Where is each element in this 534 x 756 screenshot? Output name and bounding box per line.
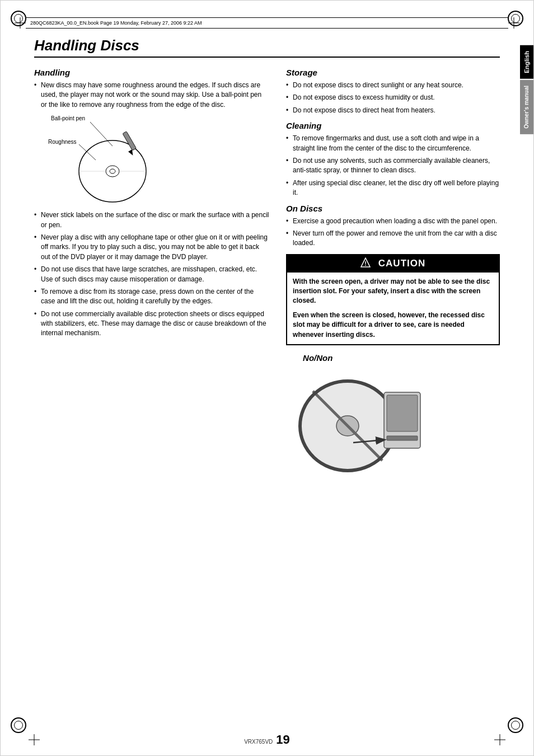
on-discs-heading: On Discs <box>286 204 500 213</box>
no-non-area: No/Non <box>286 353 500 465</box>
crosshair-top-right <box>508 17 519 29</box>
list-item: Do not use commercially available disc p… <box>34 309 269 339</box>
left-column: Handling New discs may have some roughne… <box>34 68 269 465</box>
list-item: Never turn off the power and remove the … <box>286 229 500 248</box>
svg-marker-11 <box>128 149 135 157</box>
right-column: Storage Do not expose discs to direct su… <box>286 68 500 465</box>
on-discs-list: Exercise a good precaution when loading … <box>286 217 500 248</box>
page-number-area: VRX765VD 19 <box>244 732 290 747</box>
caution-body: With the screen open, a driver may not b… <box>287 273 499 344</box>
caution-paragraph-1: With the screen open, a driver may not b… <box>293 277 493 306</box>
list-item: Do not use any solvents, such as commerc… <box>286 156 500 176</box>
crosshair-bottom-left <box>29 734 40 745</box>
caution-paragraph-2: Even when the screen is closed, however,… <box>293 311 493 340</box>
list-item: Do not expose discs to excess humidity o… <box>286 93 500 102</box>
svg-text:!: ! <box>364 260 367 267</box>
page-title: Handling Discs <box>34 37 500 58</box>
cleaning-list: To remove fingermarks and dust, use a so… <box>286 134 500 198</box>
cleaning-heading: Cleaning <box>286 121 500 130</box>
main-content: Handling Discs Handling New discs may ha… <box>1 29 533 476</box>
page-container: English Owner's manual 280QC6823KA_00.0_… <box>0 0 534 756</box>
list-item: Do not use discs that have large scratch… <box>34 265 269 284</box>
storage-list: Do not expose discs to direct sunlight o… <box>286 81 500 115</box>
list-item: Never play a disc with any cellophane ta… <box>34 233 269 262</box>
storage-heading: Storage <box>286 68 500 77</box>
list-item: After using special disc cleaner, let th… <box>286 179 500 198</box>
crosshair-bottom-right <box>494 734 505 745</box>
list-item: To remove fingermarks and dust, use a so… <box>286 134 500 153</box>
caution-header: ! CAUTION <box>287 255 499 273</box>
header-text: 280QC6823KA_00.0_EN.book Page 19 Monday,… <box>30 20 504 26</box>
handling-list: New discs may have some roughness around… <box>34 81 269 110</box>
corner-decoration-bottom-left <box>11 717 26 733</box>
caution-box: ! CAUTION With the screen open, a driver… <box>286 254 500 345</box>
svg-line-5 <box>79 144 96 160</box>
corner-decoration-bottom-right <box>508 717 523 733</box>
list-item: Never stick labels on the surface of the… <box>34 210 269 230</box>
bottom-bar: VRX765VD 19 <box>1 732 533 747</box>
header-bar: 280QC6823KA_00.0_EN.book Page 19 Monday,… <box>26 17 508 29</box>
crosshair-top-left <box>15 17 26 29</box>
warning-triangle-icon: ! <box>360 257 371 270</box>
two-column-layout: Handling New discs may have some roughne… <box>34 68 500 465</box>
svg-rect-10 <box>123 132 136 151</box>
page-number: 19 <box>276 732 289 747</box>
list-item: Do not expose discs to direct heat from … <box>286 106 500 115</box>
list-item: To remove a disc from its storage case, … <box>34 287 269 307</box>
disc-illustration: Ball-point pen Roughness <box>45 115 157 205</box>
disc-diagram-svg <box>45 115 157 205</box>
caution-label: CAUTION <box>378 258 425 269</box>
handling-heading: Handling <box>34 68 269 77</box>
svg-rect-19 <box>387 395 418 431</box>
list-item: New discs may have some roughness around… <box>34 81 269 110</box>
model-number: VRX765VD <box>244 739 273 745</box>
list-item: Exercise a good precaution when loading … <box>286 217 500 226</box>
no-non-label: No/Non <box>303 353 332 363</box>
no-non-illustration <box>286 364 432 473</box>
handling-list-continued: Never stick labels on the surface of the… <box>34 210 269 339</box>
list-item: Do not expose discs to direct sunlight o… <box>286 81 500 90</box>
svg-rect-20 <box>387 436 418 440</box>
